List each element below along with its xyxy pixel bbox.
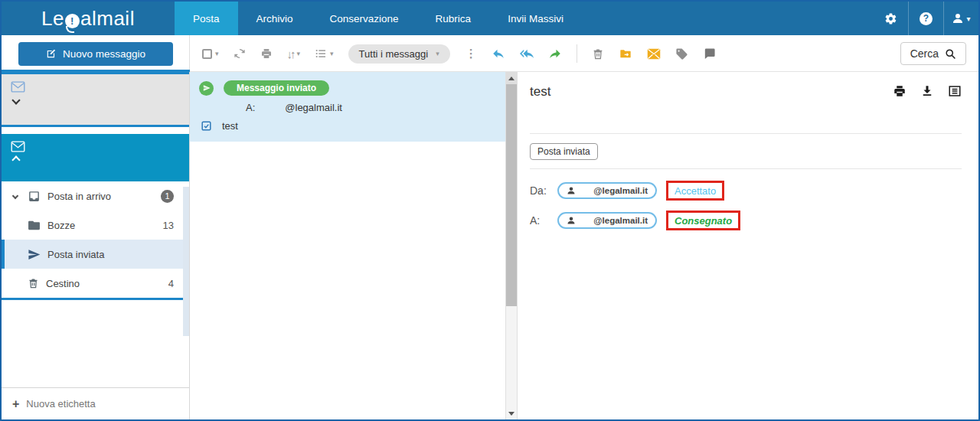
account-section-expanded[interactable] xyxy=(2,134,189,181)
list-scrollbar[interactable] xyxy=(505,72,518,419)
user-icon xyxy=(952,12,964,24)
inbox-icon xyxy=(28,190,41,203)
sidebar-item-posta-inviata[interactable]: Posta inviata xyxy=(2,240,189,269)
forward-button[interactable] xyxy=(548,47,562,60)
note-button[interactable] xyxy=(703,47,716,60)
from-status: Accettato xyxy=(675,185,716,197)
sidebar-item-cestino[interactable]: Cestino 4 xyxy=(2,269,189,298)
select-messages-dropdown[interactable]: ▾ xyxy=(202,49,219,59)
message-subject-title: test xyxy=(530,84,550,100)
recipient-label: A: xyxy=(246,102,255,113)
reply-button[interactable] xyxy=(492,47,505,60)
chevron-down-icon: ▾ xyxy=(297,50,301,57)
folder-move-icon xyxy=(619,47,632,60)
unread-badge: 1 xyxy=(161,190,174,203)
message-toolbar: ▾ ↓↑▾ ▾ Tutti i messaggi▾ ⋮ Cerca xyxy=(190,35,978,72)
new-message-button[interactable]: Nuovo messaggio xyxy=(18,42,173,66)
gear-icon xyxy=(884,12,897,25)
print-button[interactable] xyxy=(260,47,273,60)
triangle-down-icon xyxy=(508,412,514,416)
chevron-down-icon xyxy=(11,96,20,104)
folder-count: 13 xyxy=(163,220,174,231)
envelope-icon xyxy=(11,141,180,152)
tab-conservazione[interactable]: Conservazione xyxy=(312,2,417,35)
topbar-right-icons: ▾ xyxy=(873,2,978,35)
message-detail-pane: test Posta inviata Da: @legalmail.it Acc… xyxy=(518,72,978,419)
top-navigation-bar: Le!almail Posta Archivio Conservazione R… xyxy=(2,2,978,35)
reply-all-button[interactable] xyxy=(520,47,534,60)
sidebar-item-posta-in-arrivo[interactable]: Posta in arrivo 1 xyxy=(2,181,189,210)
folder-tag-chip: Posta inviata xyxy=(530,143,598,160)
triangle-up-icon xyxy=(508,77,514,80)
paper-plane-icon xyxy=(28,248,41,261)
from-address-chip[interactable]: @legalmail.it xyxy=(557,182,657,199)
refresh-icon xyxy=(234,47,246,60)
sort-dropdown[interactable]: ↓↑▾ xyxy=(287,47,301,60)
mark-spam-button[interactable] xyxy=(647,48,661,60)
logo-g-icon: ! xyxy=(65,14,80,28)
sidebar-scrollbar[interactable] xyxy=(183,187,189,336)
check-square-icon xyxy=(201,120,212,132)
scroll-down-button[interactable] xyxy=(506,407,517,419)
action-row: Nuovo messaggio ▾ ↓↑▾ ▾ Tutti i messaggi… xyxy=(2,35,978,72)
from-label: Da: xyxy=(530,184,551,197)
main-content: Posta in arrivo 1 Bozze 13 Posta inviata… xyxy=(2,72,978,419)
to-status: Consegnato xyxy=(675,215,732,227)
view-mode-dropdown[interactable]: ▾ xyxy=(315,47,334,60)
reply-icon xyxy=(492,47,505,60)
sort-icon: ↓↑ xyxy=(287,47,294,60)
legalmail-logo: Le!almail xyxy=(2,2,175,35)
logo-text-post: almail xyxy=(80,7,135,31)
folder-count: 4 xyxy=(168,278,174,289)
status-badge: Messaggio inviato xyxy=(224,80,329,96)
tag-icon xyxy=(675,47,688,60)
tab-invii-massivi[interactable]: Invii Massivi xyxy=(489,2,582,35)
message-list-item-selected[interactable]: Messaggio inviato A: @legalmail.it test xyxy=(190,72,505,142)
chevron-up-icon xyxy=(11,155,20,164)
tab-archivio[interactable]: Archivio xyxy=(238,2,312,35)
filter-messages-dropdown[interactable]: Tutti i messaggi▾ xyxy=(348,44,450,64)
plus-icon: + xyxy=(12,397,19,411)
message-list: Messaggio inviato A: @legalmail.it test xyxy=(190,72,505,419)
list-view-icon xyxy=(315,47,327,60)
tab-rubrica[interactable]: Rubrica xyxy=(417,2,490,35)
more-options-button[interactable]: ⋮ xyxy=(466,47,477,60)
folder-sidebar: Posta in arrivo 1 Bozze 13 Posta inviata… xyxy=(2,72,190,419)
trash-icon xyxy=(592,47,604,60)
user-icon xyxy=(567,186,576,195)
account-section-collapsed[interactable] xyxy=(2,74,189,125)
forward-icon xyxy=(548,47,562,60)
refresh-button[interactable] xyxy=(234,47,246,60)
chevron-down-icon: ▾ xyxy=(215,50,219,57)
chevron-down-icon: ▾ xyxy=(330,50,334,57)
sidebar-item-bozze[interactable]: Bozze 13 xyxy=(2,210,189,240)
user-account-menu[interactable]: ▾ xyxy=(943,2,978,35)
annotation-highlight: Accettato xyxy=(666,181,724,201)
divider xyxy=(530,168,962,169)
search-button[interactable]: Cerca xyxy=(900,42,966,65)
new-label-button[interactable]: + Nuova etichetta xyxy=(2,387,189,419)
chevron-down-icon[interactable] xyxy=(9,194,21,198)
toolbar-separator xyxy=(577,44,577,63)
move-to-folder-button[interactable] xyxy=(619,47,632,60)
logo-text-pre: Le xyxy=(41,7,64,31)
scrollbar-thumb[interactable] xyxy=(506,84,517,306)
scroll-up-button[interactable] xyxy=(506,72,517,84)
sidebar-gap xyxy=(2,127,189,134)
tab-posta[interactable]: Posta xyxy=(175,2,238,35)
help-button[interactable] xyxy=(908,2,943,35)
print-message-button[interactable] xyxy=(893,84,906,98)
message-details-button[interactable] xyxy=(948,84,962,98)
comment-icon xyxy=(703,47,716,60)
new-message-area: Nuovo messaggio xyxy=(2,35,190,72)
trash-icon xyxy=(28,277,39,289)
chevron-down-icon: ▾ xyxy=(436,50,439,57)
sent-status-icon xyxy=(199,81,214,96)
divider xyxy=(530,133,962,134)
recipient-address: @legalmail.it xyxy=(285,102,342,113)
delete-button[interactable] xyxy=(592,47,604,60)
download-message-button[interactable] xyxy=(920,84,934,98)
tag-button[interactable] xyxy=(675,47,688,60)
settings-button[interactable] xyxy=(873,2,908,35)
to-address-chip[interactable]: @legalmail.it xyxy=(557,212,657,229)
